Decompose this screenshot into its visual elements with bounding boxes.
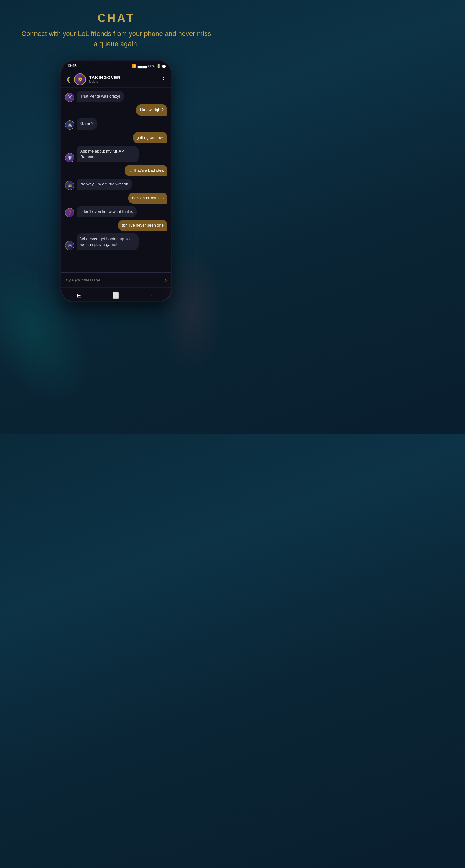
- message-bubble: I know, right?: [136, 104, 167, 116]
- contact-avatar: 🦁: [74, 73, 86, 85]
- message-bubble: ... That's a bad idea: [125, 165, 167, 176]
- page-subtitle: Connect with your LoL friends from your …: [0, 29, 232, 60]
- recent-apps-button[interactable]: ⊟: [77, 292, 82, 299]
- signal-icon: ▄▄▄▄: [137, 64, 147, 68]
- wifi-icon: 📶: [132, 64, 136, 68]
- message-row: 🎮 Whatever, get booted up so we can play…: [65, 234, 167, 250]
- message-row: tbh I've never seen one: [65, 220, 167, 231]
- battery-level: 88%: [149, 64, 155, 68]
- message-bubble: I don't even know what that is: [76, 206, 137, 217]
- message-row: I know, right?: [65, 104, 167, 116]
- message-bubble: That Penta was crazy!: [76, 91, 124, 102]
- home-button[interactable]: ⬜: [112, 292, 119, 299]
- message-avatar: 🎮: [65, 241, 74, 250]
- message-avatar: ❓: [65, 208, 74, 217]
- message-bubble: Whatever, get booted up so we can play a…: [76, 234, 138, 250]
- back-button[interactable]: ❮: [66, 75, 71, 83]
- chat-input-bar: ▷: [61, 273, 171, 287]
- message-avatar: 🧙: [65, 120, 74, 130]
- camera-icon: ⬤: [162, 64, 165, 68]
- message-avatar: ⚔️: [65, 93, 74, 102]
- message-bubble: Ask me about my full AP Rammus: [76, 146, 138, 162]
- message-row: he's an armordillo: [65, 192, 167, 204]
- message-bubble: he's an armordillo: [128, 192, 167, 204]
- message-row: ❓ I don't even know what that is: [65, 206, 167, 217]
- back-nav-button[interactable]: ←: [150, 292, 156, 299]
- chat-header: ❮ 🦁 TAKINGOVER Mobile ⋮: [61, 71, 171, 88]
- message-bubble: Game?: [76, 118, 97, 129]
- message-row: 🛡️ Ask me about my full AP Rammus: [65, 146, 167, 162]
- contact-status: Mobile: [89, 80, 157, 83]
- phone-mockup: 13:05 📶 ▄▄▄▄ 88% 🔋 ⬤ ❮ 🦁 TAKINGOVER Mobi…: [60, 60, 172, 302]
- message-input[interactable]: [65, 278, 161, 282]
- status-bar: 13:05 📶 ▄▄▄▄ 88% 🔋 ⬤: [61, 61, 171, 71]
- battery-icon: 🔋: [157, 64, 161, 68]
- more-options-button[interactable]: ⋮: [161, 75, 167, 83]
- message-row: 🐢 No way, I'm a turtle wizard!: [65, 179, 167, 190]
- status-time: 13:05: [67, 64, 76, 68]
- message-avatar: 🐢: [65, 181, 74, 190]
- message-row: ⚔️ That Penta was crazy!: [65, 91, 167, 102]
- message-row: getting on now.: [65, 132, 167, 143]
- chat-messages-area: ⚔️ That Penta was crazy! I know, right? …: [61, 88, 171, 273]
- message-row: ... That's a bad idea: [65, 165, 167, 176]
- phone-bottom-nav: ⊟ ⬜ ←: [61, 287, 171, 302]
- message-bubble: No way, I'm a turtle wizard!: [76, 179, 132, 190]
- message-bubble: getting on now.: [133, 132, 167, 143]
- message-row: 🧙 Game?: [65, 118, 167, 129]
- page-title: CHAT: [0, 0, 232, 29]
- message-bubble: tbh I've never seen one: [118, 220, 167, 231]
- contact-name: TAKINGOVER: [89, 75, 157, 80]
- message-avatar: 🛡️: [65, 153, 74, 162]
- send-button[interactable]: ▷: [164, 277, 167, 283]
- contact-info: TAKINGOVER Mobile: [89, 75, 157, 83]
